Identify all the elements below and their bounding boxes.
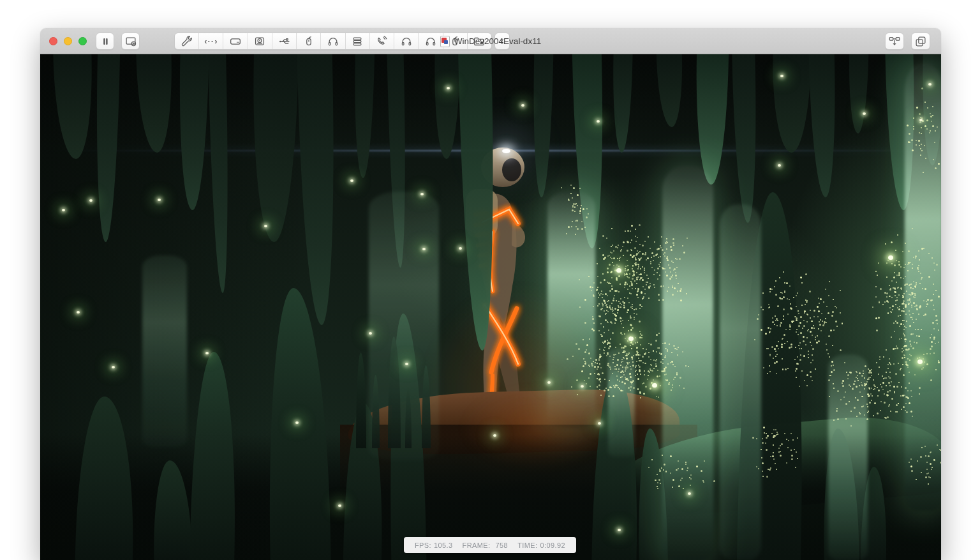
particle xyxy=(824,323,825,324)
toolbar-button-sound-1[interactable] xyxy=(321,33,345,49)
particle xyxy=(625,268,626,269)
particle xyxy=(650,344,652,345)
particle xyxy=(602,303,603,304)
particle xyxy=(590,373,591,375)
particle xyxy=(613,250,614,252)
toolbar-button-disk-stack[interactable] xyxy=(346,33,370,49)
particle xyxy=(627,241,629,243)
particle xyxy=(641,337,642,338)
particle xyxy=(636,314,637,315)
particle xyxy=(815,337,816,338)
zoom-button[interactable] xyxy=(78,37,87,45)
particle xyxy=(880,384,881,385)
particle xyxy=(662,299,664,301)
particle xyxy=(625,270,626,271)
particle xyxy=(803,340,805,342)
overlapping-windows-button[interactable] xyxy=(911,33,930,50)
particle xyxy=(879,359,880,360)
particle xyxy=(774,348,776,350)
particle xyxy=(610,338,611,340)
particle xyxy=(921,447,923,448)
toolbar-button-network[interactable]: ‹··› xyxy=(199,33,223,49)
particle xyxy=(586,344,588,346)
particle xyxy=(905,276,906,277)
particle xyxy=(620,332,622,334)
particle xyxy=(887,260,889,261)
collapse-toolbar-button[interactable]: ‹ xyxy=(494,33,510,50)
particle xyxy=(768,304,769,305)
particle xyxy=(630,329,632,331)
particle xyxy=(644,272,645,273)
particle xyxy=(896,345,897,347)
toolbar-button-phone[interactable] xyxy=(370,33,394,49)
particle xyxy=(804,380,805,381)
particle xyxy=(600,323,602,324)
particle xyxy=(815,368,816,370)
particle xyxy=(888,405,889,407)
particle xyxy=(596,289,598,291)
particle xyxy=(630,254,632,256)
pause-button[interactable] xyxy=(96,33,114,50)
toolbar-button-usb[interactable] xyxy=(272,33,297,49)
particle xyxy=(632,359,633,360)
particle xyxy=(644,293,646,294)
particle xyxy=(914,306,916,307)
particle xyxy=(637,291,638,292)
particle xyxy=(630,324,632,326)
particle xyxy=(679,290,681,292)
particle xyxy=(602,273,604,275)
particle xyxy=(840,312,841,314)
particle xyxy=(591,290,592,291)
particle xyxy=(769,288,771,290)
vm-display-scene[interactable]: FPS:105.3 FRAME:758 TIME:0:09.92 xyxy=(40,54,941,560)
minimize-button[interactable] xyxy=(64,37,72,45)
particle xyxy=(797,292,798,294)
particle xyxy=(872,395,873,397)
particle xyxy=(903,308,904,309)
toolbar-button-hard-disk[interactable] xyxy=(223,33,248,49)
particle xyxy=(885,417,887,419)
toolbar-button-sound-3[interactable] xyxy=(419,33,443,49)
particle xyxy=(665,242,667,244)
particle xyxy=(670,473,671,474)
particle xyxy=(903,320,905,321)
toolbar-button-cd-drive[interactable] xyxy=(248,33,272,49)
stalactite xyxy=(694,54,729,185)
toolbar-button-sound-2[interactable] xyxy=(394,33,419,49)
particle xyxy=(790,307,792,309)
particle xyxy=(674,287,676,289)
particle xyxy=(615,319,617,321)
particle xyxy=(876,362,877,363)
particle xyxy=(657,375,658,377)
particle xyxy=(630,249,632,250)
particle xyxy=(597,263,598,264)
particle xyxy=(787,298,788,299)
toolbar-button-configure[interactable] xyxy=(175,33,199,49)
particle xyxy=(642,253,644,255)
particle xyxy=(898,287,899,288)
toolbar-button-shared-folder[interactable] xyxy=(468,33,491,49)
particle xyxy=(895,373,897,375)
particle xyxy=(658,397,659,398)
particle xyxy=(830,329,832,331)
particle xyxy=(606,238,607,239)
particle xyxy=(628,302,630,303)
display-hierarchy-button[interactable] xyxy=(885,33,904,50)
particle xyxy=(630,293,632,294)
particle xyxy=(628,277,630,278)
particle xyxy=(831,361,833,363)
particle xyxy=(593,294,594,296)
snapshots-button[interactable] xyxy=(121,33,140,50)
particle xyxy=(903,329,905,330)
particle xyxy=(594,373,595,374)
particle xyxy=(577,394,578,395)
toolbar-button-mouse-2[interactable] xyxy=(443,33,468,49)
toolbar-button-mouse-1[interactable] xyxy=(297,33,321,49)
particle xyxy=(826,344,827,345)
particle xyxy=(628,330,629,331)
particle xyxy=(657,268,659,269)
particle xyxy=(644,363,646,364)
particle xyxy=(792,458,793,460)
close-button[interactable] xyxy=(49,37,57,45)
particle xyxy=(584,322,586,324)
